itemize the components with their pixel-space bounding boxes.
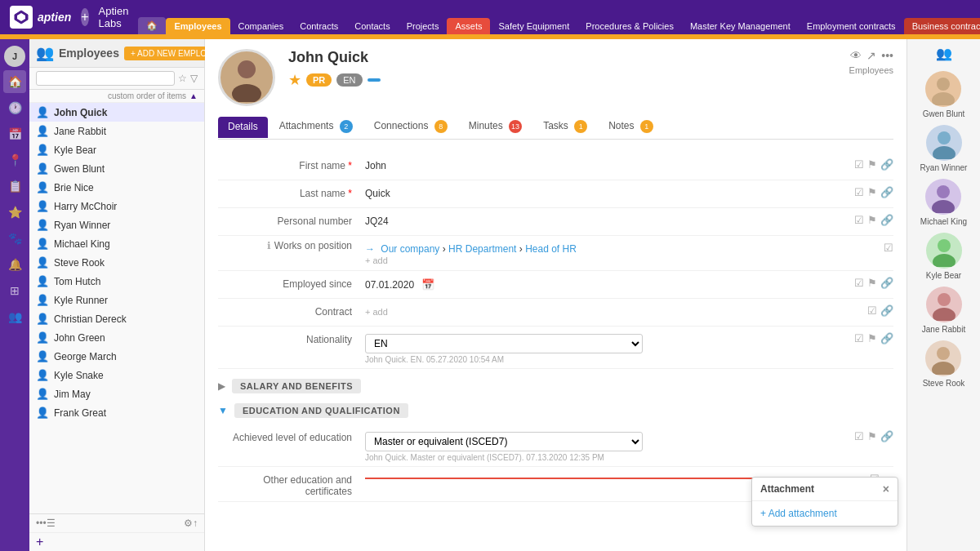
filter-icon[interactable]: ▽	[190, 73, 198, 84]
emp-item-christian-dereck[interactable]: 👤 Christian Dereck	[29, 309, 204, 328]
more-icon[interactable]: •••	[881, 49, 893, 62]
tab-details[interactable]: Details	[218, 117, 268, 138]
link-icon[interactable]: 🔗	[880, 277, 893, 289]
emp-item-kyle-bear[interactable]: 👤 Kyle Bear	[29, 140, 204, 159]
flag-icon[interactable]: ⚑	[867, 158, 877, 171]
left-clock-icon[interactable]: 🕐	[3, 96, 26, 119]
link-icon[interactable]: 🔗	[880, 304, 893, 317]
add-contract-link[interactable]: + add	[365, 307, 388, 317]
left-home-icon[interactable]: 🏠	[3, 70, 26, 93]
emp-item-jane-rabbit[interactable]: 👤 Jane Rabbit	[29, 122, 204, 140]
flag-icon[interactable]: ⚑	[867, 214, 877, 226]
attachment-close-button[interactable]: ×	[883, 482, 889, 495]
calendar-icon[interactable]: 📅	[421, 278, 434, 291]
nav-employees[interactable]: Employees	[166, 18, 229, 34]
emp-item-steve-rook[interactable]: 👤 Steve Rook	[29, 253, 204, 272]
emp-item-george-march[interactable]: 👤 George March	[29, 347, 204, 366]
position-info-icon[interactable]: ℹ	[267, 240, 271, 251]
upload-footer-icon[interactable]: ↑	[193, 518, 198, 529]
right-avatar-kyle-bear[interactable]: Kyle Bear	[926, 233, 962, 280]
emp-item-harry-mcchoir[interactable]: 👤 Harry McChoir	[29, 197, 204, 216]
share-icon[interactable]: ↗	[866, 49, 876, 62]
tab-attachments[interactable]: Attachments 2	[270, 116, 363, 139]
view-icon[interactable]: 👁	[850, 49, 862, 62]
sidebar-users-icon[interactable]: 👥	[936, 46, 952, 61]
company-link[interactable]: Our company	[381, 243, 439, 255]
tab-minutes[interactable]: Minutes 13	[459, 116, 532, 139]
right-avatar-michael[interactable]: Michael King	[920, 179, 967, 226]
list-view-icon[interactable]: ☰	[47, 518, 56, 529]
more-options-icon[interactable]: •••	[36, 518, 47, 529]
nav-safety[interactable]: Safety Equipment	[490, 18, 577, 34]
star-badge[interactable]: ★	[288, 71, 301, 89]
left-users-icon[interactable]: 👥	[3, 305, 26, 328]
add-attachment-link[interactable]: + Add attachment	[760, 508, 837, 519]
edit-check-icon[interactable]: ☑	[854, 332, 864, 344]
emp-item-kyle-runner[interactable]: 👤 Kyle Runner	[29, 291, 204, 309]
left-calendar-icon[interactable]: 📅	[3, 122, 26, 145]
emp-item-brie-nice[interactable]: 👤 Brie Nice	[29, 178, 204, 197]
left-star-icon[interactable]: ⭐	[3, 201, 26, 224]
search-input[interactable]	[36, 71, 175, 86]
emp-item-tom-hutch[interactable]: 👤 Tom Hutch	[29, 272, 204, 291]
link-icon[interactable]: 🔗	[880, 186, 893, 198]
emp-item-michael-king[interactable]: 👤 Michael King	[29, 234, 204, 253]
nationality-select[interactable]: EN US DE	[365, 334, 643, 353]
edit-check-icon[interactable]: ☑	[854, 430, 864, 442]
emp-item-gwen-blunt[interactable]: 👤 Gwen Blunt	[29, 159, 204, 178]
emp-item-jim-may[interactable]: 👤 Jim May	[29, 384, 204, 403]
nav-assets[interactable]: Assets	[447, 18, 490, 34]
link-icon[interactable]: 🔗	[880, 332, 893, 344]
edit-check-icon[interactable]: ☑	[854, 214, 864, 226]
tab-tasks[interactable]: Tasks 1	[533, 116, 597, 139]
emp-item-frank-great[interactable]: 👤 Frank Great	[29, 403, 204, 422]
settings-footer-icon[interactable]: ⚙	[184, 518, 193, 529]
edit-check-icon[interactable]: ☑	[854, 277, 864, 289]
left-paw-icon[interactable]: 🐾	[3, 227, 26, 250]
link-icon[interactable]: 🔗	[880, 430, 893, 442]
emp-item-ryan-winner[interactable]: 👤 Ryan Winner	[29, 216, 204, 234]
left-grid-icon[interactable]: ⊞	[3, 279, 26, 302]
position-link[interactable]: Head of HR	[525, 243, 577, 255]
right-avatar-ryan[interactable]: Ryan Winner	[920, 125, 968, 172]
add-global-button[interactable]: +	[81, 8, 88, 26]
nav-contracts[interactable]: Contracts	[292, 18, 346, 34]
dept-link[interactable]: HR Department	[448, 243, 516, 255]
nav-master-key[interactable]: Master Key Management	[682, 18, 799, 34]
flag-icon[interactable]: ⚑	[867, 277, 877, 289]
sort-up-icon[interactable]: ▲	[189, 91, 198, 100]
nav-business-contracts[interactable]: Business contracts	[904, 18, 980, 34]
left-location-icon[interactable]: 📍	[3, 149, 26, 171]
add-position-link[interactable]: + add	[365, 256, 388, 265]
flag-icon[interactable]: ⚑	[867, 186, 877, 198]
emp-item-john-green[interactable]: 👤 John Green	[29, 328, 204, 347]
nav-contacts[interactable]: Contacts	[346, 18, 398, 34]
link-icon[interactable]: 🔗	[880, 214, 893, 226]
emp-item-john-quick[interactable]: 👤 John Quick	[29, 103, 204, 122]
edit-check-icon[interactable]: ☑	[884, 242, 893, 254]
nav-companies[interactable]: Companies	[230, 18, 292, 34]
tab-notes[interactable]: Notes 1	[599, 116, 663, 139]
flag-icon[interactable]: ⚑	[867, 332, 877, 344]
education-level-select[interactable]: Master or equivalent (ISCED7) Bachelor o…	[365, 432, 643, 451]
star-filter-icon[interactable]: ☆	[178, 73, 187, 84]
right-avatar-jane[interactable]: Jane Rabbit	[922, 287, 965, 334]
tab-connections[interactable]: Connections 8	[364, 116, 457, 139]
right-avatar-gwen[interactable]: Gwen Blunt	[923, 71, 965, 118]
user-avatar-small[interactable]: J	[4, 46, 25, 67]
salary-section-header[interactable]: ▶ SALARY AND BENEFITS	[218, 372, 893, 397]
left-clipboard-icon[interactable]: 📋	[3, 175, 26, 198]
left-bell-icon[interactable]: 🔔	[3, 253, 26, 276]
nav-home[interactable]: 🏠	[138, 17, 166, 34]
edit-check-icon[interactable]: ☑	[854, 158, 864, 171]
flag-icon[interactable]: ⚑	[867, 430, 877, 442]
edit-check-icon[interactable]: ☑	[867, 304, 877, 317]
nav-projects[interactable]: Projects	[399, 18, 448, 34]
emp-item-kyle-snake[interactable]: 👤 Kyle Snake	[29, 366, 204, 384]
nav-employment-contracts[interactable]: Employment contracts	[799, 18, 904, 34]
add-more-button[interactable]: +	[36, 535, 43, 549]
education-section-header[interactable]: ▼ EDUCATION AND QUALIFICATION	[218, 397, 893, 421]
nav-procedures[interactable]: Procedures & Policies	[577, 18, 682, 34]
edit-check-icon[interactable]: ☑	[854, 186, 864, 198]
right-avatar-steve[interactable]: Steve Rook	[923, 340, 965, 388]
